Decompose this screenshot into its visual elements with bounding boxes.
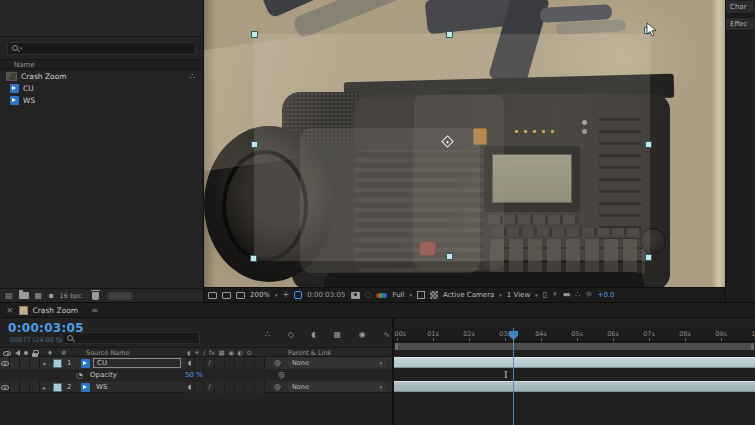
tab-effects-presets[interactable]: Effec xyxy=(726,18,754,31)
audio-column-icon[interactable] xyxy=(15,350,20,356)
selection-handle-top-center[interactable] xyxy=(446,31,453,38)
chevron-down-icon[interactable]: ▾ xyxy=(275,292,278,298)
parent-pickwhip-icon[interactable]: @ xyxy=(274,357,281,369)
opacity-value[interactable]: 50 % xyxy=(185,369,203,381)
layer-selection-bounds[interactable] xyxy=(254,34,650,261)
collapse-icon[interactable]: ☀ xyxy=(194,349,200,357)
color-depth-label[interactable]: 16 bpc xyxy=(60,292,82,300)
expand-chevron-icon[interactable]: ▾ xyxy=(43,357,46,369)
3d-icon[interactable]: ⊙ xyxy=(247,349,252,357)
graph-editor-icon[interactable]: ∿ xyxy=(383,330,390,339)
timeline-tab-title[interactable]: Crash Zoom xyxy=(33,306,79,315)
selection-handle-top-left[interactable] xyxy=(251,31,258,38)
layer-row-cu[interactable]: ▾ 1 CU ◖/ @ None▾ xyxy=(0,357,392,369)
selection-handle-mid-left[interactable] xyxy=(251,141,258,148)
project-item-ws[interactable]: WS xyxy=(0,94,203,106)
frame-blend-icon[interactable]: ▦ xyxy=(219,349,225,357)
layer-name-ws[interactable]: WS xyxy=(96,381,107,393)
snapshot-icon[interactable] xyxy=(351,292,360,299)
hide-shy-layers-icon[interactable]: ◖ xyxy=(312,330,316,339)
frame-blending-icon[interactable]: ▦ xyxy=(333,330,341,339)
selection-handle-bottom-left[interactable] xyxy=(250,255,257,262)
show-snapshot-icon[interactable]: ◌ xyxy=(365,291,372,299)
search-options-chevron-icon[interactable]: ▾ xyxy=(20,46,23,51)
shy-icon[interactable]: ◖ xyxy=(187,349,190,357)
pixel-aspect-icon[interactable]: ▯ xyxy=(543,291,547,299)
selection-handle-mid-right[interactable] xyxy=(645,141,652,148)
fast-previews-icon[interactable]: ⚡ xyxy=(552,291,558,299)
panel-menu-icon[interactable]: ≡ xyxy=(91,306,98,315)
project-panel: ▾ Name Crash Zoom ∴ CU WS xyxy=(0,0,204,302)
project-item-cu[interactable]: CU xyxy=(0,82,203,94)
project-settings-icon[interactable]: ▪ xyxy=(48,291,53,300)
solo-column-icon[interactable] xyxy=(24,351,28,355)
region-of-interest-icon[interactable] xyxy=(417,291,425,299)
playhead[interactable] xyxy=(513,328,514,425)
footage-icon xyxy=(81,383,90,392)
chevron-down-icon[interactable]: ▾ xyxy=(409,292,412,298)
view-layout-popup[interactable]: 1 View xyxy=(507,291,530,299)
property-pickwhip-icon[interactable]: @ xyxy=(278,369,285,381)
grid-guides-icon[interactable]: + xyxy=(283,291,290,299)
layer-bar-ws[interactable] xyxy=(394,381,755,392)
project-item-crash-zoom[interactable]: Crash Zoom ∴ xyxy=(0,70,203,82)
layer-row-ws[interactable]: ▸ 2 WS ◖/ @ None▾ xyxy=(0,381,392,393)
project-name-column-header[interactable]: Name xyxy=(0,59,203,70)
layer-label-color[interactable] xyxy=(53,383,62,392)
view-mode-popup[interactable]: Active Camera xyxy=(443,291,494,299)
mirror-monitor-icon[interactable] xyxy=(222,292,231,299)
display-color-icon[interactable] xyxy=(236,292,245,299)
tab-character[interactable]: Char xyxy=(726,1,754,14)
project-search-input[interactable]: ▾ xyxy=(7,42,196,55)
property-lane xyxy=(394,369,755,381)
delete-icon[interactable] xyxy=(92,292,99,300)
reset-exposure-icon[interactable]: ☼ xyxy=(585,291,592,299)
transparency-grid-icon[interactable] xyxy=(430,291,438,299)
layer-name-cu[interactable]: CU xyxy=(93,358,181,368)
layer-switches[interactable]: ◖/ xyxy=(185,357,265,369)
property-row-opacity[interactable]: ◔ Opacity 50 % @ xyxy=(0,369,392,381)
layer-visibility-toggle[interactable] xyxy=(1,361,9,366)
timeline-search-input[interactable] xyxy=(62,332,200,344)
chevron-down-icon[interactable]: ▾ xyxy=(535,292,538,298)
property-name[interactable]: Opacity xyxy=(90,369,117,381)
magnification-popup[interactable]: 200% xyxy=(250,291,270,299)
selection-handle-bottom-center[interactable] xyxy=(446,253,453,260)
interpret-footage-icon[interactable]: ▤ xyxy=(5,291,13,300)
mask-visibility-icon[interactable] xyxy=(294,291,302,299)
layer-bar-cu[interactable] xyxy=(394,357,755,368)
time-ruler[interactable]: 0:00s01s02s03s04s05s06s07s08s09s10s xyxy=(394,328,755,342)
layer-visibility-toggle[interactable] xyxy=(1,385,9,390)
new-composition-icon[interactable]: ▦ xyxy=(35,291,43,300)
viewer-timecode[interactable]: 0:00:03:05 xyxy=(307,291,345,299)
lock-column-icon[interactable] xyxy=(32,353,38,357)
timeline-button-icon[interactable]: ▬ xyxy=(563,291,571,299)
parent-dropdown[interactable]: None▾ xyxy=(288,358,386,368)
channel-settings-icon[interactable] xyxy=(376,293,387,298)
draft-3d-icon[interactable]: ◇ xyxy=(288,330,294,339)
work-area-bar[interactable] xyxy=(395,343,754,350)
mini-flowchart-icon[interactable]: ∴ xyxy=(265,330,270,339)
layer-label-color[interactable] xyxy=(53,359,62,368)
quality-icon[interactable]: / xyxy=(203,349,205,357)
layer-switches[interactable]: ◖/ xyxy=(185,381,265,393)
stopwatch-icon[interactable]: ◔ xyxy=(76,369,83,381)
collapsed-chevron-icon[interactable]: ▸ xyxy=(43,381,46,393)
exposure-value[interactable]: +0.0 xyxy=(598,291,615,299)
horizontal-scrollbar[interactable] xyxy=(107,292,133,300)
selection-handle-bottom-right[interactable] xyxy=(645,254,652,261)
parent-dropdown[interactable]: None▾ xyxy=(288,382,386,392)
close-icon[interactable]: × xyxy=(6,305,14,315)
parent-pickwhip-icon[interactable]: @ xyxy=(274,381,281,393)
adjustment-icon[interactable]: ◐ xyxy=(237,349,243,357)
preview-monitor-icon[interactable] xyxy=(208,292,217,299)
motion-blur-icon[interactable]: ◉ xyxy=(359,330,366,339)
fx-icon[interactable]: fx xyxy=(209,349,215,357)
flowchart-icon[interactable]: ∴ xyxy=(575,291,580,299)
composition-canvas[interactable] xyxy=(204,0,725,287)
resolution-popup[interactable]: Full xyxy=(392,291,404,299)
new-folder-icon[interactable] xyxy=(19,292,29,299)
chevron-down-icon[interactable]: ▾ xyxy=(499,292,502,298)
video-column-icon[interactable] xyxy=(3,351,11,356)
motion-blur-icon[interactable]: ◉ xyxy=(228,349,234,357)
